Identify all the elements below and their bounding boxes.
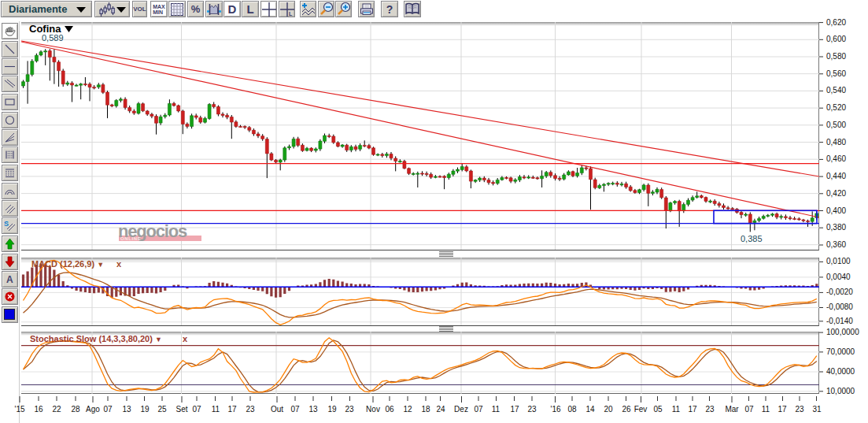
svg-text:S: S <box>4 220 9 228</box>
svg-text:A: A <box>6 274 13 285</box>
svg-text:L: L <box>289 11 293 17</box>
